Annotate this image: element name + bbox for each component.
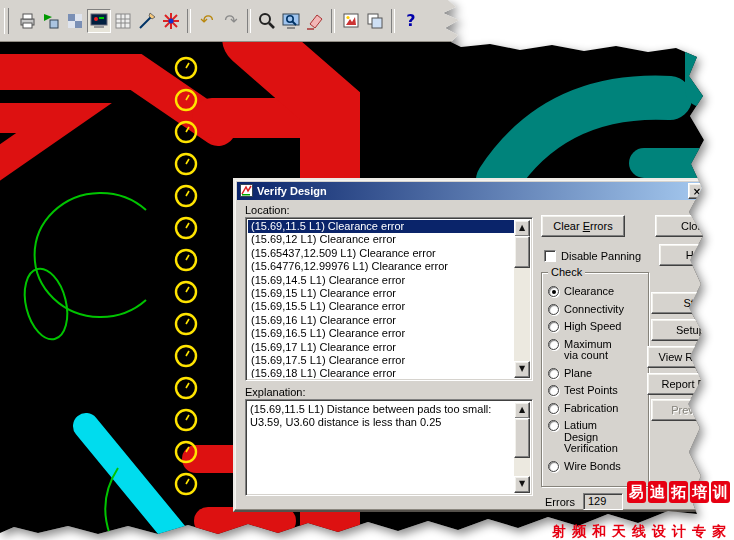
scroll-down-icon[interactable]: ▼ <box>514 361 530 378</box>
zoom-icon[interactable] <box>255 9 279 33</box>
radio-label: Wire Bonds <box>564 461 621 473</box>
draw-line-icon[interactable] <box>135 9 159 33</box>
logo-character: 训 <box>711 481 730 503</box>
disable-panning-checkbox[interactable]: Disable Panning <box>544 250 641 262</box>
radio-fabrication[interactable]: Fabrication <box>548 403 648 415</box>
radio-connectivity[interactable]: Connectivity <box>548 304 648 316</box>
toolbar-separator <box>391 9 395 33</box>
check-group-label: Check <box>548 266 585 278</box>
help-icon[interactable]: ? <box>399 9 423 33</box>
radio-plane[interactable]: Plane <box>548 368 648 380</box>
radio-high[interactable]: High Speed <box>548 321 648 333</box>
location-item[interactable]: (15.69,16.5 L1) Clearance error <box>248 327 514 340</box>
copy-image-icon[interactable] <box>363 9 387 33</box>
radio-button[interactable] <box>548 339 559 350</box>
scroll-up-icon[interactable]: ▲ <box>514 402 530 419</box>
location-scrollbar[interactable]: ▲ ▼ <box>514 220 530 378</box>
radio-button[interactable] <box>548 304 559 315</box>
radio-clearance[interactable]: Clearance <box>548 286 648 298</box>
burst-icon[interactable] <box>159 9 183 33</box>
radio-maximum[interactable]: Maximum via count <box>548 339 648 362</box>
radio-label: Plane <box>564 368 592 380</box>
pattern-grid-icon[interactable] <box>111 9 135 33</box>
location-item[interactable]: (15.69,17.5 L1) Clearance error <box>248 354 514 367</box>
import-grid-icon[interactable] <box>39 9 63 33</box>
undo-icon[interactable]: ↶ <box>195 9 219 33</box>
setup-button[interactable]: Setup... <box>651 319 734 341</box>
close-icon[interactable]: × <box>688 183 706 199</box>
screenshot-torn-region: ↶ ↷ ? Verify Design × Location: <box>0 0 734 540</box>
logo-character: 迪 <box>648 481 667 503</box>
view-search-icon[interactable] <box>279 9 303 33</box>
printer-icon[interactable] <box>15 9 39 33</box>
location-item[interactable]: (15.69,18 L1) Clearance error <box>248 367 514 378</box>
toolbar-separator <box>331 9 335 33</box>
explanation-box[interactable]: (15.69,11.5 L1) Distance between pads to… <box>245 399 533 496</box>
radio-label: Latium Design Verification <box>564 420 618 455</box>
scrollbar-thumb[interactable] <box>514 236 530 268</box>
radio-button[interactable] <box>548 403 559 414</box>
radio-button[interactable] <box>548 420 559 431</box>
location-listbox[interactable]: (15.69,11.5 L1) Clearance error(15.69,12… <box>245 217 533 381</box>
location-item[interactable]: (15.69,17 L1) Clearance error <box>248 341 514 354</box>
radio-button[interactable] <box>548 368 559 379</box>
dialog-icon <box>240 184 253 199</box>
view-report-button[interactable]: View Report... <box>647 346 734 368</box>
radio-button[interactable] <box>548 385 559 396</box>
help-button[interactable]: Help <box>659 244 734 266</box>
location-item[interactable]: (15.69,11.5 L1) Clearance error <box>248 220 514 233</box>
dither-grid-icon[interactable] <box>63 9 87 33</box>
explanation-label: Explanation: <box>245 386 306 398</box>
start-button[interactable]: Start <box>651 292 734 314</box>
logo-character: 培 <box>690 481 709 503</box>
radio-button[interactable] <box>548 321 559 332</box>
errors-label: Errors <box>545 496 575 508</box>
clear-errors-button[interactable]: Clear Errors <box>541 215 625 237</box>
logo-character: 拓 <box>669 481 688 503</box>
radio-wire[interactable]: Wire Bonds <box>548 461 648 473</box>
toolbar: ↶ ↷ ? <box>0 0 470 42</box>
explanation-scrollbar[interactable]: ▲ ▼ <box>514 402 530 493</box>
radio-label: High Speed <box>564 321 622 333</box>
dialog-titlebar[interactable]: Verify Design × <box>237 182 709 200</box>
disable-panning-label: Disable Panning <box>561 250 641 262</box>
radio-test[interactable]: Test Points <box>548 385 648 397</box>
eraser-icon[interactable] <box>303 9 327 33</box>
verify-design-dialog: Verify Design × Location: (15.69,11.5 L1… <box>233 178 713 512</box>
dialog-title: Verify Design <box>257 185 327 197</box>
scrollbar-thumb[interactable] <box>514 418 530 458</box>
radio-label: Clearance <box>564 286 614 298</box>
scroll-up-icon[interactable]: ▲ <box>514 220 530 237</box>
location-item[interactable]: (15.69,15 L1) Clearance error <box>248 287 514 300</box>
watermark-logo: 易迪拓培训 <box>627 481 730 503</box>
preview-button[interactable]: Preview... <box>651 399 734 421</box>
watermark-tagline: 射频和天线设计专家 <box>552 523 732 540</box>
page: ↶ ↷ ? Verify Design × Location: <box>0 0 734 540</box>
logo-character: 易 <box>627 481 646 503</box>
radio-label: Connectivity <box>564 304 624 316</box>
toolbar-separator <box>187 9 191 33</box>
location-item[interactable]: (15.69,14.5 L1) Clearance error <box>248 274 514 287</box>
close-button[interactable]: Close <box>655 215 734 237</box>
radio-button[interactable] <box>548 461 559 472</box>
explanation-text: (15.69,11.5 L1) Distance between pads to… <box>250 403 512 429</box>
location-item[interactable]: (15.69,15.5 L1) Clearance error <box>248 300 514 313</box>
toolbar-grip-handle[interactable] <box>4 8 9 34</box>
check-group: Check ClearanceConnectivityHigh SpeedMax… <box>541 272 649 487</box>
location-item[interactable]: (15.65437,12.509 L1) Clearance error <box>248 247 514 260</box>
report-file-button[interactable]: Report File... <box>647 373 734 395</box>
checkbox-box[interactable] <box>544 250 556 262</box>
radio-label: Test Points <box>564 385 618 397</box>
export-image-icon[interactable] <box>339 9 363 33</box>
location-item[interactable]: (15.69,16 L1) Clearance error <box>248 314 514 327</box>
radio-label: Fabrication <box>564 403 618 415</box>
location-item[interactable]: (15.64776,12.99976 L1) Clearance error <box>248 260 514 273</box>
scroll-down-icon[interactable]: ▼ <box>514 476 530 493</box>
board-view-icon[interactable] <box>87 9 111 33</box>
location-list: (15.69,11.5 L1) Clearance error(15.69,12… <box>248 220 514 378</box>
location-label: Location: <box>245 204 290 216</box>
redo-icon[interactable]: ↷ <box>219 9 243 33</box>
radio-button[interactable] <box>548 286 559 297</box>
location-item[interactable]: (15.69,12 L1) Clearance error <box>248 233 514 246</box>
radio-latium[interactable]: Latium Design Verification <box>548 420 648 455</box>
